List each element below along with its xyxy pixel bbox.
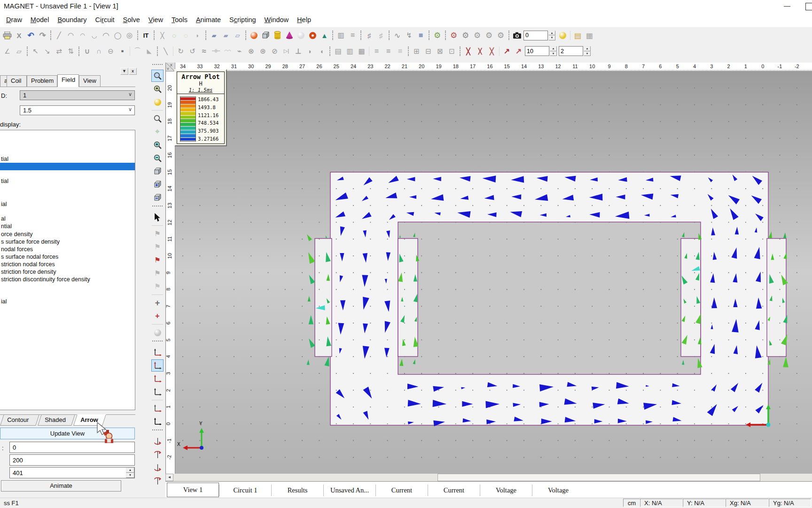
polyline-icon[interactable]: ╱	[54, 30, 64, 41]
field-quantity-list[interactable]: tialtialialalntialorce densitys surface …	[0, 130, 135, 410]
point-icon[interactable]: +	[151, 310, 164, 322]
capacitor-icon[interactable]: ⊣⊢	[211, 46, 221, 56]
list-item[interactable]: tial	[1, 178, 8, 184]
comment-icon[interactable]	[151, 326, 164, 339]
bool1-icon[interactable]: ∪	[82, 46, 93, 56]
box-icon[interactable]	[151, 165, 164, 177]
align3-icon[interactable]: ≡	[395, 46, 406, 56]
list-item[interactable]: al	[1, 215, 6, 222]
field-bracket2-icon[interactable]: ♯	[375, 30, 386, 41]
solve2-icon[interactable]: ⚙	[472, 30, 483, 41]
doc-tab-current[interactable]: Current	[428, 484, 480, 496]
solve-green-icon[interactable]: ⚙	[432, 30, 443, 41]
plot-mode-tab-shaded[interactable]: Shaded	[38, 414, 75, 426]
list-item[interactable]: striction nodal forces	[1, 261, 55, 268]
chart3-icon[interactable]: ▦	[356, 46, 367, 56]
model-viewport[interactable]: X Y 343332313029282726252423222120191817…	[165, 63, 812, 474]
flag4-icon[interactable]: ⚑	[151, 280, 164, 293]
axes2-icon[interactable]	[151, 373, 164, 385]
arrow-count-stepper[interactable]: ▲▼	[126, 468, 134, 478]
win1-icon[interactable]: ⊞	[411, 46, 422, 56]
keyboard-entry-icon[interactable]: ⚑	[151, 254, 164, 266]
align1-icon[interactable]: ≡	[371, 46, 382, 56]
diode-icon[interactable]: ▷|	[281, 46, 292, 56]
ground-icon[interactable]: ⊥	[293, 46, 304, 56]
doc-tab-unsaved-an-[interactable]: Unsaved An...	[323, 484, 375, 496]
doc-tab-voltage[interactable]: Voltage	[532, 484, 584, 496]
arrow-scale-input[interactable]	[9, 454, 135, 466]
notes-icon[interactable]: ▤	[572, 30, 583, 41]
scat3-icon[interactable]: ╳	[486, 46, 497, 56]
rotate1-icon[interactable]	[151, 435, 164, 447]
zoom-out-icon[interactable]	[151, 152, 164, 164]
switch-icon[interactable]: ⌁	[234, 46, 245, 56]
box-plus-icon[interactable]	[151, 178, 164, 190]
printer-icon[interactable]	[2, 30, 13, 41]
delete-icon[interactable]: X	[14, 30, 24, 41]
horizontal-scrollbar[interactable]: ◄	[165, 474, 812, 481]
carrow1-icon[interactable]: ↻	[175, 46, 186, 56]
cube-icon[interactable]	[260, 30, 271, 41]
surface1-icon[interactable]: ▰	[209, 30, 219, 41]
scrollbar-thumb[interactable]	[437, 474, 760, 481]
align2-icon[interactable]: ≡	[383, 46, 394, 56]
list-item[interactable]: tial	[1, 156, 8, 162]
box-minus-icon[interactable]	[151, 191, 164, 204]
panel-tab-field[interactable]: Field	[57, 74, 79, 87]
probe1-icon[interactable]: ∿	[392, 30, 403, 41]
doc-tab-current[interactable]: Current	[375, 484, 428, 496]
dshape1-icon[interactable]: ◗	[304, 46, 315, 56]
axes-view-icon[interactable]	[151, 359, 164, 372]
counter-input[interactable]	[523, 31, 548, 40]
select-arrow-icon[interactable]	[151, 211, 164, 223]
chart1-icon[interactable]: ▤	[333, 46, 344, 56]
list-item[interactable]: ial	[1, 298, 7, 305]
problem-id-combobox[interactable]: 1∨	[20, 90, 135, 100]
carrow2-icon[interactable]: ↺	[187, 46, 198, 56]
arc3-icon[interactable]: ◡	[89, 30, 100, 41]
win4-icon[interactable]: ⊡	[446, 46, 457, 56]
time-combobox[interactable]: 1.5∨	[20, 105, 135, 115]
torus-icon[interactable]	[307, 30, 318, 41]
field-plot-canvas[interactable]: YX	[175, 71, 812, 474]
scat1-icon[interactable]: ╳	[463, 46, 474, 56]
axes4-icon[interactable]	[151, 402, 164, 414]
counter-stepper[interactable]: ▲▼	[548, 31, 555, 40]
tf2-icon[interactable]: ↘	[42, 46, 53, 56]
menu-help[interactable]: Help	[293, 15, 315, 25]
pyramid-icon[interactable]: ▲	[319, 30, 330, 41]
menu-model[interactable]: Model	[26, 15, 54, 25]
move-icon[interactable]: +	[151, 297, 164, 309]
arc2-icon[interactable]: ◠	[77, 30, 88, 41]
dshape2-icon[interactable]: ◖	[316, 46, 327, 56]
minimize-button[interactable]: —	[776, 0, 798, 13]
zoom-window-icon[interactable]	[151, 83, 164, 95]
chart2-icon[interactable]: ▥	[344, 46, 355, 56]
solve3-icon[interactable]: ⚙	[484, 30, 494, 41]
plot-mode-tab-contour[interactable]: Contour	[0, 414, 39, 426]
menu-window[interactable]: Window	[260, 15, 293, 25]
xfmr1-icon[interactable]: ⊗	[246, 46, 257, 56]
solve-red-icon[interactable]: ⚙	[448, 30, 459, 41]
spin1-input[interactable]	[525, 46, 549, 56]
probe2-icon[interactable]: ↯	[404, 30, 414, 41]
menu-scripting[interactable]: Scripting	[225, 15, 260, 25]
edge-icon[interactable]: ∠	[2, 46, 13, 56]
list-item[interactable]: striction force density	[1, 269, 56, 275]
redo-icon[interactable]: ↷	[37, 30, 48, 41]
trim-icon[interactable]: ╳	[157, 30, 168, 41]
circle-icon[interactable]: ◯	[112, 30, 123, 41]
bool3-icon[interactable]: ⊖	[105, 46, 116, 56]
menu-animate[interactable]: Animate	[192, 15, 225, 25]
line2-icon[interactable]: ╲	[160, 46, 171, 56]
sphere-yellow-icon[interactable]	[557, 30, 568, 41]
solve1-icon[interactable]: ⚙	[460, 30, 471, 41]
doc-tab-results[interactable]: Results	[271, 484, 323, 496]
bool2-icon[interactable]: ∩	[94, 46, 104, 56]
undo-icon[interactable]: ↶	[25, 30, 36, 41]
panel-tab-problem[interactable]: Problem	[27, 75, 57, 87]
resistor-icon[interactable]: ≈	[199, 46, 210, 56]
arrow-count-input[interactable]	[9, 467, 135, 478]
tf1-icon[interactable]: ↖	[30, 46, 41, 56]
flag3-icon[interactable]: ⚑	[151, 267, 164, 279]
